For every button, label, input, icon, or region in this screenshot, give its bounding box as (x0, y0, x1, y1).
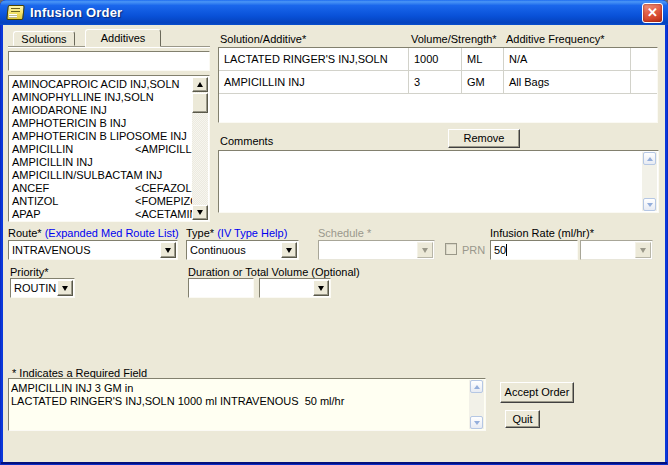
route-dropdown[interactable]: INTRAVENOUS (8, 240, 178, 260)
medication-list-item[interactable]: AMIODARONE INJ (10, 104, 192, 117)
schedule-dropdown[interactable] (318, 240, 435, 260)
tab-additives[interactable]: Additives (85, 29, 161, 47)
chevron-down-icon (422, 248, 428, 253)
schedule-label: Schedule * (318, 227, 371, 239)
cell-solution: LACTATED RINGER'S INJ,SOLN (219, 48, 409, 70)
scroll-down-button[interactable] (470, 416, 483, 429)
accept-order-button[interactable]: Accept Order (500, 382, 574, 403)
cell-frequency: All Bags (504, 71, 631, 93)
medication-list-item[interactable]: ANCEF<CEFAZOLIN (10, 182, 192, 195)
priority-label: Priority* (10, 266, 49, 278)
iv-type-help-link[interactable]: (IV Type Help) (217, 227, 287, 239)
infusion-rate-label: Infusion Rate (ml/hr)* (490, 227, 594, 239)
cell-unit: GM (462, 71, 504, 93)
order-table-row[interactable]: AMPICILLIN INJ3GMAll Bags (219, 71, 657, 94)
medication-name: AMPHOTERICIN B LIPOSOME INJ (12, 130, 187, 142)
column-header-frequency: Additive Frequency* (506, 33, 604, 45)
medication-synonym: <ACETAMIN (135, 208, 192, 221)
medication-synonym: <FOMEPIZO (135, 195, 192, 208)
comments-label: Comments (220, 135, 273, 147)
order-table-row[interactable]: LACTATED RINGER'S INJ,SOLN1000MLN/A (219, 48, 657, 71)
route-label: Route* (Expanded Med Route List) (8, 227, 179, 239)
iv-type-value: Continuous (190, 241, 280, 259)
tab-solutions[interactable]: Solutions (13, 31, 75, 46)
dialog-content: SolutionsAdditives AMINOCAPROIC ACID INJ… (3, 25, 665, 462)
dropdown-arrow-button[interactable] (57, 280, 73, 296)
dropdown-arrow-button[interactable] (281, 242, 297, 258)
window-title: Infusion Order (30, 5, 122, 20)
down-arrow-icon (197, 210, 203, 215)
remove-button[interactable]: Remove (448, 129, 520, 148)
cell-solution: AMPICILLIN INJ (219, 71, 409, 93)
scroll-up-button[interactable] (470, 380, 483, 393)
expanded-med-route-link[interactable]: (Expanded Med Route List) (45, 227, 179, 239)
infusion-rate-unit-dropdown[interactable] (580, 240, 653, 260)
order-summary-textarea[interactable]: AMPICILLIN INJ 3 GM inLACTATED RINGER'S … (8, 378, 486, 431)
medication-list-item[interactable]: ANTIZOL<FOMEPIZO (10, 195, 192, 208)
medication-name: AMPICILLIN (12, 143, 73, 155)
medication-list-scrollbar[interactable] (192, 77, 208, 220)
medication-synonym: <CEFAZOLIN (135, 182, 192, 195)
type-label-text: Type* (186, 227, 214, 239)
medication-filter-input[interactable] (8, 51, 210, 71)
summary-scrollbar[interactable] (469, 380, 484, 429)
prn-label: PRN (462, 244, 485, 256)
infusion-order-icon (7, 5, 24, 20)
medication-list-item[interactable]: APAP<ACETAMIN (10, 208, 192, 221)
type-label: Type* (IV Type Help) (186, 227, 287, 239)
duration-label: Duration or Total Volume (Optional) (188, 266, 360, 278)
chevron-down-icon (640, 248, 646, 253)
medication-list-item[interactable]: AMPICILLIN/SULBACTAM INJ (10, 169, 192, 182)
column-header-solution: Solution/Additive* (220, 33, 306, 45)
medication-name: AMINOPHYLLINE INJ,SOLN (12, 91, 154, 103)
medication-list[interactable]: AMINOCAPROIC ACID INJ,SOLNAMINOPHYLLINE … (8, 75, 210, 222)
order-summary-line: LACTATED RINGER'S INJ,SOLN 1000 ml INTRA… (11, 395, 467, 408)
comments-textarea[interactable] (218, 150, 659, 213)
medication-name: AMPHOTERICIN B INJ (12, 117, 126, 129)
priority-value: ROUTINE (14, 279, 56, 297)
text-caret (506, 244, 507, 256)
duration-unit-dropdown[interactable] (259, 278, 331, 298)
scroll-down-button[interactable] (192, 205, 208, 220)
infusion-rate-input[interactable]: 50 (490, 240, 578, 260)
medication-name: AMINOCAPROIC ACID INJ,SOLN (12, 78, 179, 90)
up-arrow-icon (647, 157, 653, 161)
chevron-down-icon (318, 286, 324, 291)
order-summary-line: AMPICILLIN INJ 3 GM in (11, 382, 467, 395)
scroll-up-button[interactable] (643, 152, 656, 165)
column-header-volume: Volume/Strength* (411, 33, 497, 45)
comments-scrollbar[interactable] (642, 152, 657, 211)
medication-list-item[interactable]: AMPICILLIN<AMPICILLIN (10, 143, 192, 156)
medication-list-item[interactable]: AMPHOTERICIN B LIPOSOME INJ (10, 130, 192, 143)
dropdown-arrow-button[interactable] (417, 242, 433, 258)
medication-synonym: <AMPICILLIN (135, 143, 192, 156)
medication-name: AMPICILLIN/SULBACTAM INJ (12, 169, 162, 181)
order-summary-lines: AMPICILLIN INJ 3 GM inLACTATED RINGER'S … (11, 382, 467, 429)
cell-volume: 1000 (409, 48, 462, 70)
medication-list-item[interactable]: AMINOPHYLLINE INJ,SOLN (10, 91, 192, 104)
dropdown-arrow-button[interactable] (160, 242, 176, 258)
cell-unit: ML (462, 48, 504, 70)
cell-empty (631, 71, 657, 93)
infusion-order-window: Infusion Order ✕ SolutionsAdditives AMIN… (0, 0, 668, 465)
close-button[interactable]: ✕ (642, 3, 663, 23)
medication-name: AMIODARONE INJ (12, 104, 107, 116)
scroll-down-button[interactable] (643, 198, 656, 211)
medication-list-item[interactable]: AMPICILLIN INJ (10, 156, 192, 169)
duration-input[interactable] (188, 278, 254, 298)
medication-list-item[interactable]: AMINOCAPROIC ACID INJ,SOLN (10, 78, 192, 91)
medication-list-item[interactable]: AMPHOTERICIN B INJ (10, 117, 192, 130)
priority-dropdown[interactable]: ROUTINE (10, 278, 75, 298)
scrollbar-thumb[interactable] (192, 93, 208, 113)
iv-type-dropdown[interactable]: Continuous (186, 240, 299, 260)
dropdown-arrow-button[interactable] (313, 280, 329, 296)
order-table[interactable]: LACTATED RINGER'S INJ,SOLN1000MLN/AAMPIC… (218, 47, 658, 123)
dropdown-arrow-button[interactable] (635, 242, 651, 258)
prn-checkbox[interactable] (445, 243, 457, 255)
cell-empty (631, 48, 657, 70)
title-bar: Infusion Order ✕ (0, 0, 668, 25)
route-label-text: Route* (8, 227, 42, 239)
down-arrow-icon (474, 421, 480, 425)
quit-button[interactable]: Quit (505, 410, 540, 428)
scroll-up-button[interactable] (192, 77, 208, 92)
